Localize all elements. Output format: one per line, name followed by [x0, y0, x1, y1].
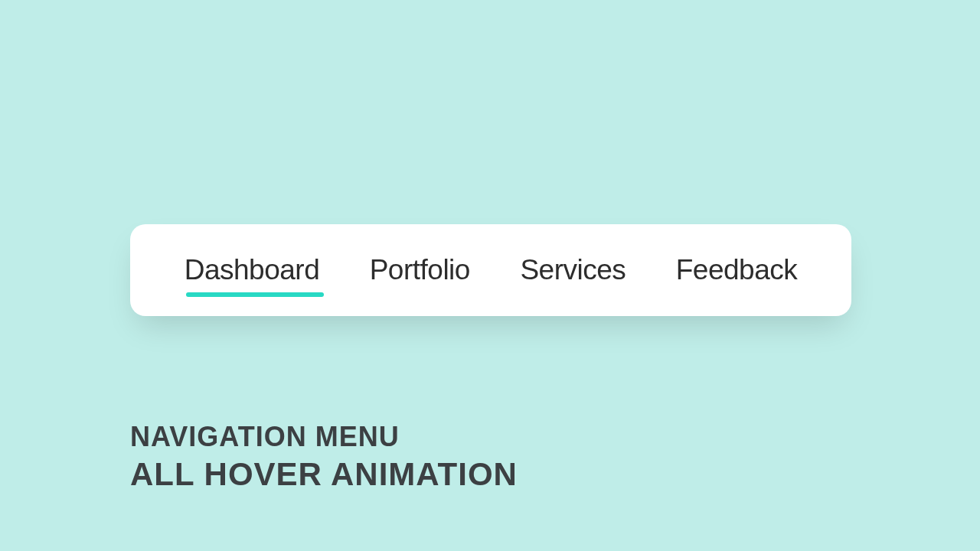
caption-title: NAVIGATION MENU [130, 421, 518, 453]
nav-item-feedback[interactable]: Feedback [676, 254, 798, 286]
caption-subtitle: ALL HOVER ANIMATION [130, 456, 518, 493]
nav-item-services[interactable]: Services [520, 254, 626, 286]
caption-block: NAVIGATION MENU ALL HOVER ANIMATION [130, 421, 518, 493]
navigation-menu: Dashboard Portfolio Services Feedback [130, 224, 851, 316]
nav-item-dashboard[interactable]: Dashboard [185, 254, 320, 286]
nav-item-portfolio[interactable]: Portfolio [370, 254, 470, 286]
